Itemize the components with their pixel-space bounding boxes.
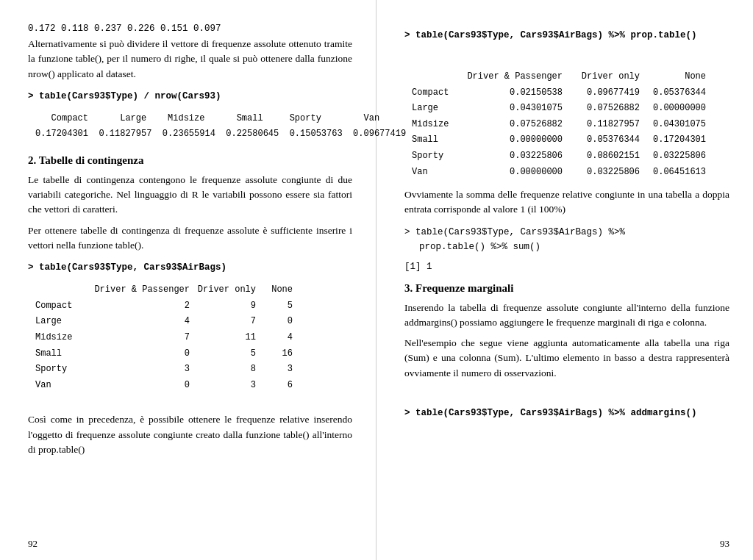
col-none-header: None	[256, 282, 293, 298]
left-para1: Alternativamente si può dividere il vett…	[28, 37, 352, 82]
prop-table: Driver & Passenger Driver only None Comp…	[412, 69, 729, 180]
left-cmd1: > table(Cars93$Type) / nrow(Cars93)	[28, 89, 352, 104]
right-result1: [1] 1	[404, 262, 729, 272]
col-do-header: Driver only	[190, 282, 256, 298]
table-row: Van 0 3 6	[35, 378, 352, 394]
cont-table-header: Driver & Passenger Driver only None	[35, 282, 352, 298]
right-cmd3-text: > table(Cars93$Type, Cars93$AirBags) %>%…	[404, 408, 697, 418]
right-column: > table(Cars93$Type, Cars93$AirBags) %>%…	[376, 0, 753, 560]
table-row: Compact 2 9 5	[35, 298, 352, 315]
prop-table-row: Compact 0.02150538 0.09677419 0.05376344	[412, 85, 729, 101]
prop-table-row: Sporty 0.03225806 0.08602151 0.03225806	[412, 148, 729, 165]
prop-table-row: Midsize 0.07526882 0.11827957 0.04301075	[412, 117, 729, 133]
right-para2: Inserendo la tabella di frequenze assolu…	[404, 301, 729, 331]
col-empty	[35, 282, 94, 298]
left-column: 0.172 0.118 0.237 0.226 0.151 0.097 Alte…	[0, 0, 376, 560]
prop-table-row: Large 0.04301075 0.07526882 0.00000000	[412, 101, 729, 117]
table1-container: Compact Large Midsize Small Sporty Van 0…	[35, 111, 352, 143]
col-empty-r	[412, 69, 467, 85]
page-number-left: 92	[28, 538, 38, 550]
section3-heading: 3. Frequenze marginali	[404, 282, 729, 295]
cmd2-text: > table(Cars93$Type, Cars93$AirBags)	[28, 262, 226, 273]
left-para3: Per ottenere tabelle di contingenza di f…	[28, 223, 352, 254]
section2-heading: 2. Tabelle di contingenza	[28, 154, 352, 167]
right-cmd1-text: > table(Cars93$Type, Cars93$AirBags) %>%…	[404, 30, 697, 40]
freq-values: 0.172 0.118 0.237 0.226 0.151 0.097	[28, 24, 352, 34]
left-cmd2: > table(Cars93$Type, Cars93$AirBags)	[28, 260, 352, 275]
table1-values: 0.17204301 0.11827957 0.23655914 0.22580…	[35, 126, 352, 143]
table1-header-text: Compact Large Midsize Small Sporty Van	[35, 111, 379, 127]
table-row: Small 0 5 16	[35, 346, 352, 362]
contingency-table: Driver & Passenger Driver only None Comp…	[35, 282, 352, 393]
col-do-r-header: Driver only	[563, 69, 640, 85]
table1-values-text: 0.17204301 0.11827957 0.23655914 0.22580…	[35, 126, 406, 143]
prop-table-header: Driver & Passenger Driver only None	[412, 69, 729, 85]
table-row: Midsize 7 11 4	[35, 330, 352, 346]
prop-table-row: Small 0.00000000 0.05376344 0.17204301	[412, 132, 729, 148]
table-row: Large 4 7 0	[35, 314, 352, 330]
right-cmd3: > table(Cars93$Type, Cars93$AirBags) %>%…	[404, 406, 729, 420]
page-number-right: 93	[720, 538, 729, 550]
left-para2: Le tabelle di contingenza contengono le …	[28, 173, 352, 218]
table1-header: Compact Large Midsize Small Sporty Van	[35, 111, 352, 127]
col-none-r-header: None	[640, 69, 706, 85]
right-cmd1: > table(Cars93$Type, Cars93$AirBags) %>%…	[404, 28, 729, 43]
col-dp-header: Driver & Passenger	[94, 282, 190, 298]
table-row: Sporty 3 8 3	[35, 362, 352, 378]
left-para4: Così come in precedenza, è possibile ott…	[28, 412, 352, 457]
col-dp-r-header: Driver & Passenger	[467, 69, 563, 85]
right-para1: Ovviamente la somma delle frequenze rela…	[404, 187, 729, 218]
page: 0.172 0.118 0.237 0.226 0.151 0.097 Alte…	[0, 0, 753, 560]
right-para3: Nell'esempio che segue viene aggiunta au…	[404, 336, 729, 381]
cmd1-text: > table(Cars93$Type) / nrow(Cars93)	[28, 91, 221, 101]
right-cmd2: > table(Cars93$Type, Cars93$AirBags) %>%…	[404, 225, 729, 254]
right-cmd2-line2: prop.table() %>% sum()	[404, 240, 729, 254]
right-cmd2-line1: > table(Cars93$Type, Cars93$AirBags) %>%	[404, 225, 729, 240]
prop-table-row: Van 0.00000000 0.03225806 0.06451613	[412, 165, 729, 181]
